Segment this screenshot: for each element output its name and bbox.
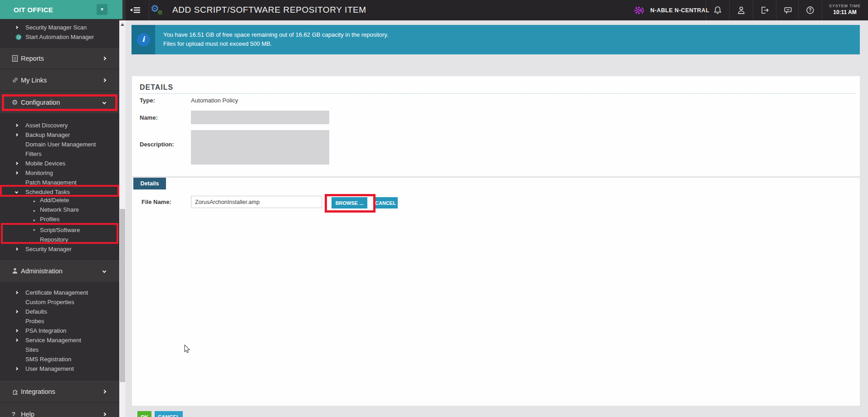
sidebar-collapse-icon[interactable] [129,5,144,15]
sidebar-item-backup-manager[interactable]: Backup Manager [0,130,119,140]
sidebar-item-probes[interactable]: Probes [0,316,119,326]
sidebar-item-mobile-devices[interactable]: Mobile Devices [0,159,119,168]
description-label: Description: [140,141,174,148]
system-time: SYSTEM TIME 10:11 AM [822,0,868,20]
sidebar-section-configuration[interactable]: ⚙ Configuration [0,91,119,113]
sidebar-item-filters[interactable]: Filters [0,149,119,159]
scroll-up-arrow-icon[interactable] [121,23,124,26]
sidebar-item-asset-discovery[interactable]: Asset Discovery [0,121,119,130]
file-name-input[interactable] [191,196,322,208]
chevron-right-icon [15,162,18,165]
sidebar-item-custom-properties[interactable]: Custom Properties [0,297,119,307]
sidebar-scrollbar[interactable] [119,20,126,417]
sidebar-item-certificate-management[interactable]: Certificate Management [0,288,119,297]
gear-icon: ⚙ [12,98,21,107]
sidebar-item-sms-registration[interactable]: SMS Registration [0,354,119,364]
script-repository-gears-icon: ⚙ ⚙ [151,4,159,14]
ok-button[interactable]: OK [137,411,151,417]
ncentral-gear-icon [633,4,646,17]
chevron-right-icon [15,171,18,175]
chevron-right-icon [15,329,18,332]
svg-text:?: ? [809,7,811,13]
user-account-icon[interactable] [729,0,753,20]
brand-logo: N-ABLE N-CENTRAL [633,0,709,20]
automation-manager-icon [15,34,22,40]
name-input-disabled [191,111,329,124]
sidebar-item-network-share[interactable]: • Network Share [0,206,119,216]
file-name-label: File Name: [141,199,171,205]
type-value: Automation Policy [191,97,238,104]
chevron-right-icon [102,412,106,416]
org-selector[interactable]: OIT OFFICE ▾ [0,0,122,19]
chevron-right-icon [102,78,106,82]
sidebar-item-script-software-repository[interactable]: • Script/Software Repository [0,225,119,244]
sidebar-item-defaults[interactable]: Defaults [0,307,119,316]
feedback-chat-icon[interactable] [776,0,800,20]
scrollbar-thumb[interactable] [120,209,125,382]
sidebar-item-security-manager[interactable]: Security Manager [0,244,119,254]
system-time-value: 10:11 AM [822,9,868,15]
puzzle-icon [12,388,19,395]
bullet-icon: • [33,206,40,216]
tab-details[interactable]: Details [133,178,166,189]
top-bar: ⚙ ⚙ ADD SCRIPT/SOFTWARE REPOSITORY ITEM … [122,0,868,20]
report-document-icon [12,55,18,62]
sidebar-item-add-delete[interactable]: • Add/Delete [0,197,119,206]
file-cancel-button[interactable]: CANCEL [373,197,398,208]
description-textarea-disabled [191,130,329,165]
chevron-right-icon [15,310,18,313]
sidebar: OIT OFFICE ▾ Security Manager Scan Start… [0,0,126,417]
question-mark-icon: ? [12,411,21,417]
sidebar-section-integrations[interactable]: Integrations [0,380,119,402]
info-icon: i [137,33,150,46]
bullet-icon: • [33,216,40,225]
help-circle-icon[interactable]: ? [798,0,822,20]
bullet-icon: • [33,197,40,206]
banner-line2: Files for upload must not exceed 500 MB. [163,39,388,48]
sidebar-item-monitoring[interactable]: Monitoring [0,168,119,178]
chevron-down-icon [102,269,106,272]
chevron-right-icon [15,291,18,294]
details-heading: DETAILS [140,83,173,92]
bullet-icon: • [33,225,40,235]
system-time-label: SYSTEM TIME [822,4,868,8]
info-banner: i You have 16.51 GB of free space remain… [132,25,860,54]
sidebar-section-help[interactable]: ? Help [0,402,119,417]
sidebar-item-patch-management[interactable]: Patch Management [0,178,119,187]
file-card: Details File Name: BROWSE ... CANCEL [132,178,860,406]
browse-button[interactable]: BROWSE ... [332,197,367,208]
divider [139,93,855,94]
sidebar-section-my-links[interactable]: My Links [0,69,119,91]
page-title: ADD SCRIPT/SOFTWARE REPOSITORY ITEM [172,5,366,15]
chevron-right-icon [15,339,18,342]
chevron-right-icon [15,367,18,370]
org-dropdown-button[interactable]: ▾ [97,4,107,15]
sidebar-item-start-automation-manager[interactable]: Start Automation Manager [0,32,119,42]
chevron-right-icon [15,133,18,136]
sidebar-nav: Security Manager Scan Start Automation M… [0,19,119,417]
logout-icon[interactable] [753,0,776,20]
type-label: Type: [140,97,155,104]
brand-text: N-ABLE N-CENTRAL [650,7,709,14]
sidebar-item-domain-user-management[interactable]: Domain User Management [0,140,119,149]
chevron-right-icon [102,56,106,60]
sidebar-item-scheduled-tasks[interactable]: Scheduled Tasks [0,187,119,197]
footer-cancel-button[interactable]: CANCEL [155,411,183,417]
chevron-right-icon [15,124,18,127]
sidebar-section-reports[interactable]: Reports [0,47,119,69]
link-icon [12,77,19,83]
chevron-right-icon [102,389,106,393]
sidebar-item-security-manager-scan[interactable]: Security Manager Scan [0,23,119,32]
sidebar-item-sites[interactable]: Sites [0,345,119,354]
banner-line1: You have 16.51 GB of free space remainin… [163,30,388,39]
sidebar-section-administration[interactable]: Administration [0,259,119,282]
org-name: OIT OFFICE [14,6,53,14]
divider [149,0,149,20]
chevron-right-icon [15,247,18,251]
sidebar-item-service-management[interactable]: Service Management [0,335,119,345]
sidebar-item-user-management[interactable]: User Management [0,364,119,373]
sidebar-item-psa-integration[interactable]: PSA Integration [0,326,119,335]
notifications-bell-icon[interactable] [706,0,729,20]
sidebar-item-profiles[interactable]: • Profiles [0,216,119,225]
chevron-right-icon [15,26,18,29]
